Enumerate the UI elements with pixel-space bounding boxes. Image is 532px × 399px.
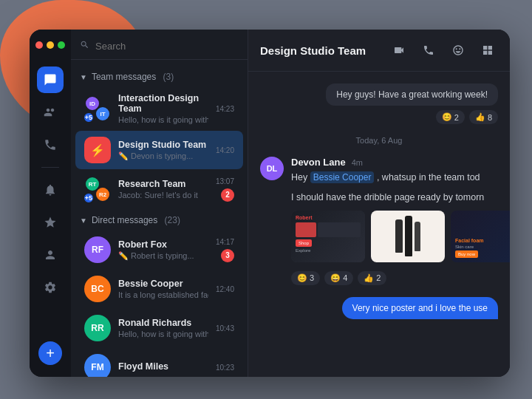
text-part: , whatsup in the team tod [377,172,480,183]
grid-button[interactable] [477,40,498,61]
cta-button: Shop [296,239,312,247]
message-content: Robert Fox ✏️ Robert is typing... [118,239,208,261]
unread-badge: 2 [221,188,234,202]
attachment-1: Robert Shop Explore [291,211,365,262]
sidebar-item-bell[interactable] [37,177,64,203]
message-meta: 14:23 [216,105,234,113]
message-time: 12:40 [216,285,234,293]
list-item[interactable]: RT R2 +5 Research Team Jacob: Sure! let'… [75,170,243,208]
avatar-container: RT R2 +5 [84,176,111,202]
chevron-icon: ▼ [80,73,87,81]
text-part: Hey [291,172,310,183]
typing-text: Devon is typing... [131,151,193,160]
emoji-button[interactable] [448,40,468,61]
count: 2 [376,273,381,282]
search-icon [80,40,89,52]
message-preview: ✏️ Devon is typing... [118,151,208,161]
list-item[interactable]: FM Floyd Miles 10:23 [75,348,243,377]
message-content: Ronald Richards Hello, how is it going w… [118,318,208,338]
contact-name: Design Studio Team [118,140,208,150]
contact-name: Bessie Cooper [118,279,208,289]
avatar-container: ⚡ [84,137,111,163]
avatar: IT [95,106,111,122]
avatar: DL [260,157,284,180]
list-item[interactable]: ID IT +5 Interaction Design Team Hello, … [75,87,243,130]
reaction[interactable]: 👍 8 [469,110,498,124]
bottle-1 [395,219,403,253]
maximize-button[interactable] [58,41,65,49]
add-button[interactable]: + [38,341,62,365]
attachments: Robert Shop Explore [291,211,510,262]
team-messages-header[interactable]: ▼ Team messages (3) [71,66,248,86]
bottle-2 [405,216,412,256]
emoji: 😊 [442,112,452,122]
message-content: Interaction Design Team Hello, how is it… [118,93,208,124]
reaction[interactable]: 😊 3 [291,271,320,285]
chat-message: DL Devon Lane 4m Hey Bessie Cooper , wha… [260,157,498,185]
sidebar-item-star[interactable] [37,209,64,236]
team-messages-count: (3) [160,72,174,82]
bottle-3 [415,222,420,251]
chat-header: Design Studio Team [248,30,510,72]
reaction[interactable]: 😄 4 [324,271,353,285]
count: 8 [488,113,492,122]
list-item[interactable]: ⚡ Design Studio Team ✏️ Devon is typing.… [75,131,243,169]
product-name: Facial foam [455,238,510,243]
pencil-icon: ✏️ [118,151,129,161]
sidebar-item-profile[interactable] [37,242,64,268]
direct-messages-header[interactable]: ▼ Direct messages (23) [71,209,248,230]
chat-actions [389,40,498,61]
avatar: RR [84,315,111,341]
message-meta: 10:23 [216,364,234,372]
member-count-badge: +5 [83,112,95,123]
count: 4 [343,273,347,282]
chat-title: Design Studio Team [260,44,366,57]
sidebar-item-settings[interactable] [37,274,64,301]
team-messages-label: Team messages [92,72,156,82]
contact-name: Ronald Richards [118,318,208,328]
app-window: + ▼ Team messages (3) ID [30,30,510,377]
mention-tag[interactable]: Bessie Cooper [310,171,375,183]
contact-name: Floyd Miles [118,361,208,372]
app-label: Robert [296,215,361,220]
reaction[interactable]: 😊 2 [436,110,465,124]
sidebar-divider [41,167,59,168]
list-item[interactable]: BC Bessie Cooper It is a long establishe… [75,270,243,308]
video-call-button[interactable] [389,40,409,61]
reaction[interactable]: 👍 2 [358,271,386,285]
message-preview: It is a long established fact that... [118,290,208,299]
sidebar-item-users[interactable] [37,99,64,126]
list-item[interactable]: RF Robert Fox ✏️ Robert is typing... 14:… [75,231,243,269]
system-bubble: Hey guys! Have a great working week! [326,83,498,106]
member-count-badge: +5 [83,192,95,204]
message-content: Design Studio Team ✏️ Devon is typing... [118,140,208,161]
sidebar-item-phone[interactable] [37,132,64,158]
message-meta: 10:43 [216,324,234,332]
message-time: 13:07 [216,177,234,185]
attachment-3: Facial foam Skin care Buy now [451,211,510,262]
list-item[interactable]: RR Ronald Richards Hello, how is it goin… [75,309,243,347]
phone-call-button[interactable] [418,40,439,61]
window-controls [35,41,65,49]
date-divider: Today, 6 Aug [260,136,498,145]
search-input[interactable] [95,41,239,52]
reply-container: Very nice poster and i love the use [260,297,498,319]
avatar-container: ID IT +5 [84,95,111,122]
avatar-container: RF [84,236,111,263]
avatar: R2 [95,186,111,202]
attachment-2 [371,211,445,262]
message-preview: Hello, how is it going with the logo... [118,115,208,124]
avatar: FM [84,354,111,377]
avatar-container: FM [84,354,111,377]
design-studio-icon: ⚡ [84,137,111,163]
message-content: Floyd Miles [118,361,208,373]
message-meta: 14:20 [216,146,234,154]
emoji: 👍 [475,112,485,122]
contact-name: Interaction Design Team [118,93,208,114]
message-meta: 14:17 3 [216,238,234,262]
minimize-button[interactable] [47,41,54,49]
reactions-row: 😊 2 👍 8 [260,110,498,124]
chat-messages: Hey guys! Have a great working week! 😊 2… [248,72,510,377]
close-button[interactable] [35,41,43,49]
sidebar-item-chat[interactable] [37,66,64,93]
